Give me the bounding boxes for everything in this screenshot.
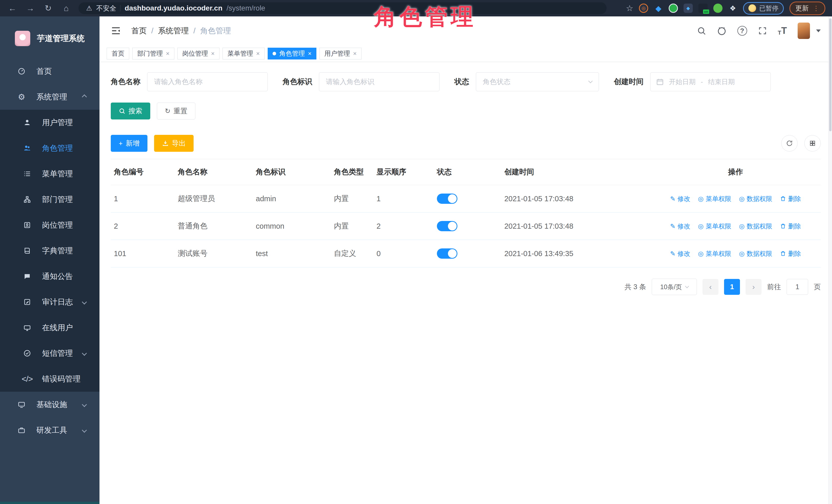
extension-sync-icon[interactable]: ◆: [683, 4, 693, 13]
status-toggle[interactable]: [437, 193, 458, 204]
speech-bubble-icon: [22, 272, 33, 280]
export-button[interactable]: 导出: [154, 135, 193, 152]
extension-green-icon[interactable]: [669, 4, 678, 13]
help-icon[interactable]: ?: [737, 26, 747, 36]
sidebar-item-system-management[interactable]: ⚙ 系统管理: [0, 84, 100, 110]
delete-link[interactable]: 删除: [780, 222, 801, 231]
tab-dept-management[interactable]: 部门管理 ×: [132, 48, 174, 59]
close-icon[interactable]: ×: [166, 50, 170, 57]
tab-label: 岗位管理: [182, 49, 208, 58]
circle-check-icon: ◎: [698, 250, 704, 257]
prev-page-button[interactable]: ‹: [703, 279, 719, 295]
breadcrumb-system[interactable]: 系统管理: [158, 26, 189, 36]
browser-update-button[interactable]: 更新 ⋮: [789, 2, 825, 15]
reset-button[interactable]: ↻ 重置: [157, 103, 196, 120]
status-toggle[interactable]: [437, 221, 458, 231]
search-button-label: 搜索: [128, 106, 142, 115]
sidebar-item-role-management[interactable]: 角色管理: [0, 135, 100, 161]
close-icon[interactable]: ×: [256, 50, 260, 57]
data-permission-link[interactable]: ◎数据权限: [739, 194, 772, 203]
sidebar: 芋道管理系统 首页 ⚙ 系统管理 用户管理 角色管理: [0, 17, 100, 504]
close-icon[interactable]: ×: [353, 50, 357, 57]
page-number-1[interactable]: 1: [724, 279, 740, 295]
extension-on-icon[interactable]: on: [698, 4, 708, 13]
sidebar-item-user-management[interactable]: 用户管理: [0, 110, 100, 135]
extension-orange-icon[interactable]: ◎: [639, 4, 648, 13]
extensions-puzzle-icon[interactable]: ❖: [728, 4, 737, 13]
scrollbar-thumb[interactable]: [829, 19, 831, 131]
menu-permission-link[interactable]: ◎菜单权限: [698, 249, 731, 258]
edit-link[interactable]: ✎修改: [670, 222, 690, 231]
cell-created: 2021-01-06 13:49:35: [501, 240, 650, 267]
extension-gem-icon[interactable]: ◆: [654, 4, 663, 13]
sidebar-collapse-icon[interactable]: [111, 26, 121, 36]
extension-monkey-icon[interactable]: [713, 4, 723, 13]
next-page-button[interactable]: ›: [746, 279, 761, 295]
chevron-down-icon: [82, 299, 87, 304]
tab-menu-management[interactable]: 菜单管理 ×: [223, 48, 265, 59]
browser-forward-icon[interactable]: →: [25, 4, 36, 13]
window-scrollbar[interactable]: [828, 17, 832, 504]
tab-user-management[interactable]: 用户管理 ×: [319, 48, 362, 59]
column-settings-button[interactable]: [804, 135, 821, 152]
search-icon[interactable]: [697, 26, 706, 35]
browser-menu-icon[interactable]: ⋮: [813, 4, 820, 12]
sidebar-item-online-users[interactable]: 在线用户: [0, 315, 100, 340]
sidebar-item-dict-management[interactable]: 字典管理: [0, 238, 100, 264]
edit-link[interactable]: ✎修改: [670, 249, 690, 258]
goto-page-input[interactable]: [787, 279, 808, 295]
sidebar-item-errorcode-management[interactable]: </> 错误码管理: [0, 366, 100, 392]
bottom-edge-strip: [0, 502, 100, 504]
status-toggle[interactable]: [437, 248, 458, 259]
delete-link[interactable]: 删除: [780, 194, 801, 203]
delete-link[interactable]: 删除: [780, 249, 801, 258]
bookmark-star-icon[interactable]: ☆: [626, 3, 633, 13]
close-icon[interactable]: ×: [211, 50, 215, 57]
browser-home-icon[interactable]: ⌂: [60, 4, 72, 13]
sidebar-item-audit-log[interactable]: 审计日志: [0, 289, 100, 315]
data-permission-link[interactable]: ◎数据权限: [739, 249, 772, 258]
sidebar-item-dev-tools[interactable]: 研发工具: [0, 417, 100, 443]
refresh-button[interactable]: [781, 135, 798, 152]
tab-post-management[interactable]: 岗位管理 ×: [177, 48, 219, 59]
edit-link[interactable]: ✎修改: [670, 194, 690, 203]
close-icon[interactable]: ×: [308, 50, 312, 57]
col-status: 状态: [434, 159, 501, 185]
github-icon[interactable]: [717, 26, 727, 36]
font-size-icon[interactable]: TT: [778, 25, 787, 36]
add-button[interactable]: + 新增: [111, 135, 148, 152]
data-permission-link[interactable]: ◎数据权限: [739, 222, 772, 231]
not-secure-label: 不安全: [96, 4, 116, 13]
sidebar-item-post-management[interactable]: 岗位管理: [0, 212, 100, 238]
sidebar-item-infrastructure[interactable]: 基础设施: [0, 392, 100, 417]
url-host: dashboard.yudao.iocoder.cn: [125, 4, 222, 12]
sidebar-item-sms-management[interactable]: 短信管理: [0, 340, 100, 366]
caret-down-icon[interactable]: [816, 29, 821, 32]
breadcrumb-home[interactable]: 首页: [131, 26, 147, 36]
tab-home[interactable]: 首页: [107, 48, 129, 59]
date-range-picker[interactable]: 开始日期 - 结束日期: [650, 72, 771, 91]
role-key-input[interactable]: [319, 72, 439, 91]
menu-permission-link[interactable]: ◎菜单权限: [698, 222, 731, 231]
browser-reload-icon[interactable]: ↻: [43, 3, 54, 13]
circle-check-icon: ◎: [739, 222, 745, 230]
search-button[interactable]: 搜索: [111, 103, 150, 120]
sidebar-item-menu-management[interactable]: 菜单管理: [0, 161, 100, 187]
sidebar-item-dept-management[interactable]: 部门管理: [0, 187, 100, 212]
role-name-input[interactable]: [147, 72, 268, 91]
fullscreen-icon[interactable]: [758, 26, 767, 35]
tab-role-management[interactable]: 角色管理 ×: [268, 48, 316, 59]
menu-permission-link[interactable]: ◎菜单权限: [698, 194, 731, 203]
status-select[interactable]: 角色状态: [476, 72, 599, 91]
address-bar[interactable]: ⚠ 不安全 dashboard.yudao.iocoder.cn/system/…: [78, 2, 607, 14]
app-logo-row[interactable]: 芋道管理系统: [0, 17, 100, 58]
sidebar-item-notice[interactable]: 通知公告: [0, 264, 100, 289]
on-badge: on: [703, 9, 709, 14]
sidebar-item-home[interactable]: 首页: [0, 58, 100, 84]
page-size-select[interactable]: 10条/页: [652, 278, 697, 295]
profile-paused-chip[interactable]: 已暂停: [743, 2, 784, 15]
sidebar-item-label: 研发工具: [36, 425, 67, 435]
user-avatar[interactable]: [798, 23, 810, 39]
browser-back-icon[interactable]: ←: [7, 4, 18, 13]
col-role-name: 角色名称: [175, 159, 253, 185]
